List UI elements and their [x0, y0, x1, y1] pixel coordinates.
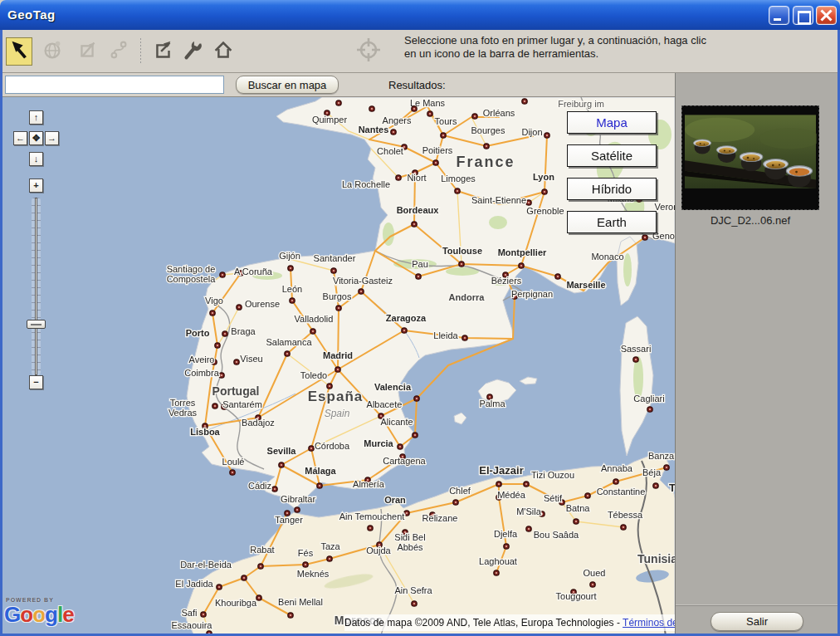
map-city-label: Alicante	[380, 417, 413, 427]
city-dot-center	[403, 330, 405, 331]
city-dot-center	[371, 108, 373, 110]
map-city-label: Oran	[384, 495, 406, 505]
close-button[interactable]	[816, 6, 837, 25]
city-dot-center	[418, 276, 419, 277]
map-city-label: Viseu	[240, 354, 262, 364]
map-viewport[interactable]: Le MansOrléansQuimperAngersToursNantesBo…	[0, 97, 675, 636]
window-title: GeoTag	[7, 7, 56, 22]
city-dot-center	[333, 270, 335, 272]
map-type-button-satélite[interactable]: Satélite	[567, 144, 657, 167]
zoom-out-button[interactable]: −	[29, 375, 43, 389]
city-dot-center	[406, 512, 408, 514]
map-type-button-mapa[interactable]: Mapa	[567, 111, 657, 134]
city-dot-center	[587, 495, 588, 497]
map-city-label: El-Jazair	[479, 464, 523, 477]
home-button[interactable]	[210, 37, 237, 66]
map-type-button-híbrido[interactable]: Híbrido	[567, 178, 657, 200]
map-city-label: Perpignan	[511, 289, 553, 299]
city-dot-center	[524, 100, 525, 102]
map-city-label: Tanger	[275, 515, 303, 525]
city-dot-center	[329, 558, 330, 560]
pan-center-button[interactable]: ✥	[29, 131, 43, 145]
map-city-label: Salamanca	[266, 337, 312, 347]
google-logo-letter: o	[32, 602, 45, 627]
city-dot-center	[486, 145, 487, 147]
pan-right-button[interactable]: →	[45, 131, 59, 145]
map-city-label: Oujda	[366, 545, 391, 555]
crop-frame-button[interactable]	[149, 37, 176, 66]
map-city-label: Valencia	[374, 382, 412, 392]
remove-tag-button[interactable]	[74, 37, 100, 66]
map-city-label: Quimper	[312, 115, 348, 125]
pan-up-button[interactable]: ↑	[29, 110, 43, 125]
city-dot-center	[286, 512, 288, 514]
zoom-slider-handle[interactable]	[27, 320, 46, 329]
search-map-button[interactable]: Buscar en mapa	[236, 76, 339, 94]
city-dot-center	[203, 614, 204, 615]
minimize-button[interactable]	[769, 6, 789, 25]
map-city-label: Badajoz	[242, 418, 275, 428]
city-dot-center	[338, 307, 339, 309]
map-city-label: Banzart	[648, 451, 675, 461]
city-dot-center	[414, 434, 416, 436]
route-pins-icon	[106, 37, 131, 66]
photo-thumbnail[interactable]	[681, 105, 819, 210]
map-city-label: Khouribga	[215, 598, 257, 608]
city-dot-center	[403, 146, 405, 148]
map-city-label: Loulé	[222, 457, 245, 467]
zoom-slider-rail[interactable]	[35, 198, 37, 375]
map-city-label: Santarém	[222, 399, 262, 409]
city-dot-center	[496, 572, 497, 574]
city-dot-center	[635, 359, 637, 360]
city-dot-center	[221, 374, 222, 376]
pan-left-button[interactable]: ←	[13, 131, 27, 145]
city-dot-center	[296, 509, 298, 511]
map-city-label: A Coruña	[234, 267, 273, 276]
map-attribution: Datos de mapa ©2009 AND, Tele Atlas, Eur…	[344, 614, 675, 631]
window-border-left	[0, 30, 2, 636]
city-dot-center	[575, 521, 577, 522]
city-dot-center	[455, 501, 457, 503]
map-city-label: Santander	[314, 253, 356, 263]
city-dot-center	[360, 291, 362, 292]
pan-down-button[interactable]: ↓	[29, 152, 43, 166]
photo-image	[684, 108, 817, 206]
city-dot-center	[243, 577, 245, 579]
map-city-label: Orléans	[483, 108, 515, 118]
terms-of-use-link[interactable]: Términos de uso	[623, 617, 675, 629]
toolbar-separator	[140, 38, 141, 65]
maximize-button[interactable]	[793, 6, 813, 25]
map-city-label: Zaragoza	[386, 313, 427, 323]
map-city-label: Coimbra	[184, 368, 219, 378]
panel-footer: Salir	[676, 604, 840, 636]
map-type-button-earth[interactable]: Earth	[567, 211, 657, 233]
map-city-label: Poitiers	[422, 145, 453, 155]
map-city-label: Fés	[298, 548, 314, 558]
map-city-label: Bou Saâda	[534, 530, 579, 540]
city-dot-center	[329, 385, 330, 387]
map-city-label: Lleida	[433, 330, 458, 340]
settings-tool-button[interactable]	[179, 37, 206, 66]
map-city-label: Touggourt	[556, 591, 597, 601]
zoom-in-button[interactable]: +	[29, 179, 43, 193]
map-city-label: Dar-el-Beida	[180, 560, 232, 570]
select-tool-button[interactable]	[6, 37, 32, 66]
city-dot-center	[644, 237, 646, 238]
map-city-label: Spain	[325, 408, 350, 419]
track-route-button[interactable]	[105, 37, 132, 66]
city-dot-center	[260, 565, 261, 567]
google-logo-letter: g	[45, 602, 57, 627]
map-city-label: León	[282, 284, 302, 294]
map-city-label: Freiburg im	[558, 99, 604, 109]
city-dot-center	[528, 202, 530, 203]
frame-arrow-icon	[150, 37, 175, 66]
map-city-label: Gijón	[279, 251, 300, 261]
map-city-label: Tours	[435, 116, 457, 126]
search-input[interactable]	[5, 76, 224, 94]
exit-button[interactable]: Salir	[711, 612, 803, 631]
city-dot-center	[218, 586, 220, 588]
geotag-globe-button[interactable]	[39, 37, 66, 66]
title-bar[interactable]: GeoTag	[0, 0, 840, 30]
city-dot-center	[399, 446, 401, 448]
map-city-label: Porto	[186, 328, 210, 338]
